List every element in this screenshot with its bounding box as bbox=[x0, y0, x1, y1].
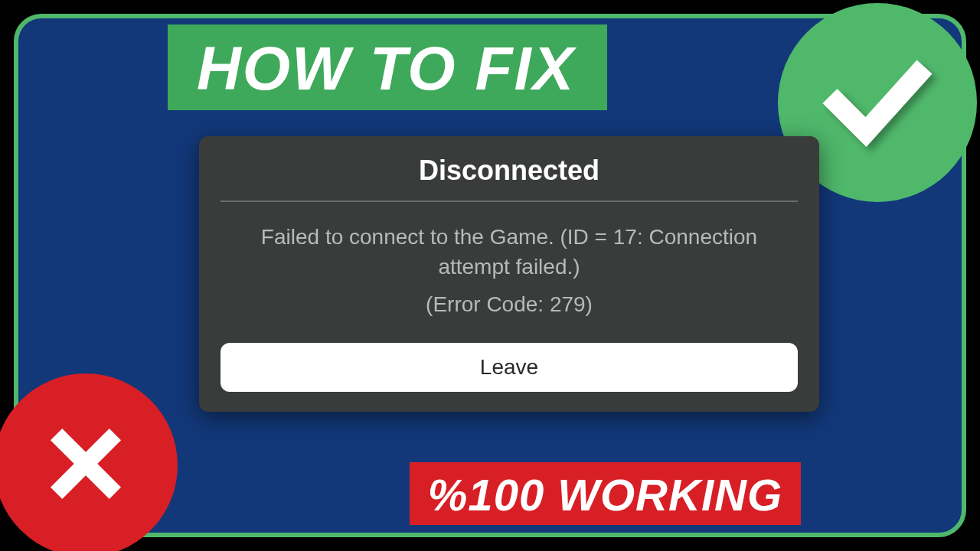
checkmark-icon bbox=[820, 44, 935, 161]
dialog-divider bbox=[220, 201, 798, 202]
cross-circle bbox=[0, 373, 178, 551]
title-banner: HOW TO FIX bbox=[168, 24, 607, 110]
dialog-title: Disconnected bbox=[220, 155, 798, 201]
disconnect-dialog: Disconnected Failed to connect to the Ga… bbox=[199, 136, 819, 412]
working-banner: %100 WORKING bbox=[410, 462, 801, 525]
working-text: %100 WORKING bbox=[428, 470, 782, 520]
dialog-message: Failed to connect to the Game. (ID = 17:… bbox=[220, 222, 798, 289]
cross-icon bbox=[40, 418, 132, 513]
title-text: HOW TO FIX bbox=[197, 34, 575, 103]
dialog-error-code: (Error Code: 279) bbox=[220, 289, 798, 342]
leave-button[interactable]: Leave bbox=[220, 343, 798, 392]
thumbnail-frame: HOW TO FIX Disconnected Failed to connec… bbox=[14, 14, 966, 537]
